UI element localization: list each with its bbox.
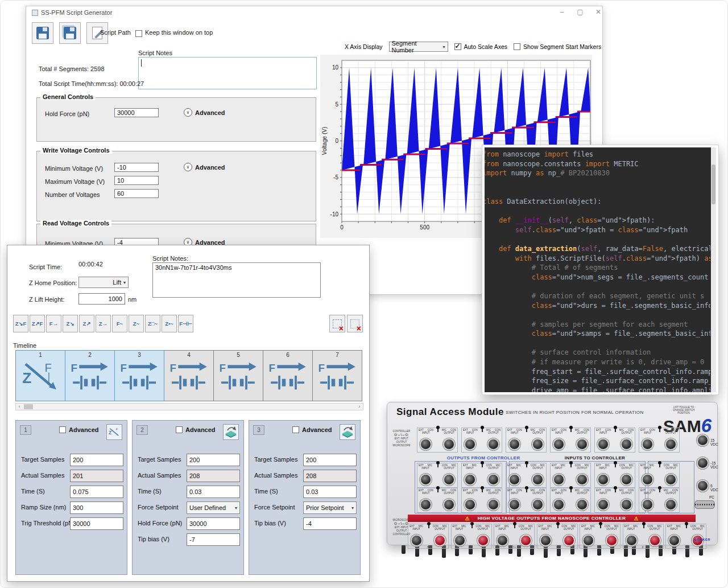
toggle-switch[interactable] bbox=[481, 461, 484, 464]
z-lift-input[interactable] bbox=[78, 293, 125, 305]
panel-3-stage-icon[interactable] bbox=[340, 424, 355, 440]
scrollbar-thumb[interactable] bbox=[24, 404, 33, 409]
target-samples-input[interactable] bbox=[187, 454, 240, 466]
window-title: SS-PFM Script Generator bbox=[41, 9, 112, 16]
delete-segment-button[interactable]: × bbox=[329, 315, 345, 332]
x-axis-display-dropdown[interactable]: Segment Number ▾ bbox=[389, 42, 448, 52]
seg-z-ramp-down-force-button[interactable]: Z↘F bbox=[13, 315, 28, 332]
num-voltages-input[interactable] bbox=[114, 189, 159, 198]
toggle-switch[interactable] bbox=[599, 522, 602, 525]
outputs-heading: OUTPUTS FROM CONTROLLER bbox=[424, 455, 543, 460]
time-s-input[interactable] bbox=[70, 486, 123, 498]
z-home-label: Z Home Position: bbox=[29, 279, 77, 286]
timeline-segment-3[interactable]: 3 F bbox=[115, 350, 164, 401]
panel-3-advanced-checkbox[interactable] bbox=[292, 426, 299, 433]
scroll-right-arrow[interactable]: › bbox=[356, 404, 363, 409]
timeline-segment-1[interactable]: 1 Z F bbox=[16, 350, 65, 401]
timeline-segment-5[interactable]: 5 F bbox=[214, 350, 263, 401]
toggle-switch[interactable] bbox=[525, 486, 528, 490]
time-s-input[interactable] bbox=[303, 486, 357, 498]
tip-bias-v-input[interactable] bbox=[187, 533, 240, 546]
delete-all-segments-button[interactable]: × bbox=[347, 315, 363, 332]
segment-markers-checkbox[interactable] bbox=[514, 43, 520, 50]
close-button[interactable]: ✕ bbox=[592, 8, 605, 16]
toggle-switch[interactable] bbox=[658, 461, 661, 464]
toggle-switch[interactable] bbox=[569, 461, 573, 464]
panel-2-stage-icon[interactable] bbox=[223, 424, 239, 440]
target-samples-input[interactable] bbox=[70, 454, 123, 466]
keep-on-top-checkbox[interactable] bbox=[135, 30, 142, 37]
python-code[interactable]: from nanoscope import filesfrom nanoscop… bbox=[482, 150, 710, 392]
hold-force-pn-input[interactable] bbox=[187, 517, 240, 530]
toggle-switch[interactable] bbox=[436, 426, 440, 429]
panel-1-advanced-checkbox[interactable] bbox=[59, 426, 66, 433]
minimize-button[interactable]: – bbox=[555, 8, 569, 16]
code-line bbox=[482, 178, 710, 188]
toggle-switch[interactable] bbox=[481, 486, 484, 490]
seg-force-sine-button[interactable]: F~ bbox=[112, 315, 127, 332]
toggle-switch[interactable] bbox=[525, 461, 528, 464]
toggle-switch[interactable] bbox=[481, 426, 484, 429]
trig-threshold-pn-input[interactable] bbox=[70, 517, 123, 530]
timeline-segment-6[interactable]: 6 F bbox=[263, 350, 313, 401]
seg-z-ramp-up-button[interactable]: Z↗ bbox=[79, 315, 94, 332]
timeline-scrollbar[interactable]: ‹ › bbox=[15, 403, 363, 410]
seg-z-hold-button[interactable]: Z→ bbox=[96, 315, 111, 332]
code-line: freq_start = file_.surface_control_info.… bbox=[482, 367, 710, 377]
toggle-switch[interactable] bbox=[436, 461, 440, 464]
timeline-segment-4[interactable]: 4 F bbox=[164, 350, 214, 401]
timeline-segment-7[interactable]: 7 F bbox=[313, 350, 362, 401]
toggle-switch[interactable] bbox=[569, 426, 573, 429]
scroll-left-arrow[interactable]: ‹ bbox=[16, 404, 23, 409]
target-samples-input[interactable] bbox=[303, 454, 357, 466]
toggle-switch[interactable] bbox=[470, 522, 474, 525]
panel-1-zramp-icon[interactable]: ZF bbox=[106, 424, 122, 440]
write-advanced-expander[interactable]: ∨ Advanced bbox=[184, 163, 225, 171]
general-advanced-expander[interactable]: ∨ Advanced bbox=[184, 108, 225, 117]
script-notes-textarea[interactable] bbox=[138, 57, 317, 89]
min-write-voltage-input[interactable] bbox=[114, 163, 159, 172]
force-setpoint-dropdown[interactable]: User Defined▾ bbox=[187, 501, 240, 514]
toggle-switch[interactable] bbox=[685, 522, 688, 525]
toggle-switch[interactable] bbox=[556, 522, 560, 525]
bnc-input-jack bbox=[597, 438, 609, 450]
toggle-switch[interactable] bbox=[436, 486, 440, 490]
ramp-size-nm-input[interactable] bbox=[70, 501, 123, 514]
toggle-switch[interactable] bbox=[614, 426, 617, 429]
tip-bias-v-input[interactable] bbox=[303, 517, 357, 530]
max-write-voltage-input[interactable] bbox=[114, 176, 159, 185]
scrollbar-thumb[interactable] bbox=[712, 165, 715, 204]
code-scrollbar[interactable] bbox=[711, 147, 716, 392]
toggle-switch[interactable] bbox=[642, 522, 646, 525]
dialog-notes-textarea[interactable]: 30nN1w-7to71r-4to4V30ms bbox=[152, 262, 321, 298]
seg-z-ramp-up-force-button[interactable]: Z↗F bbox=[30, 315, 45, 332]
toggle-switch[interactable] bbox=[427, 522, 431, 525]
maximize-button[interactable]: ▢ bbox=[573, 8, 587, 16]
bnc-connector-group: EXT → CONINPUTMIC → CONOUTPUT bbox=[594, 427, 635, 453]
seg-z-ramp-down-button[interactable]: Z↘ bbox=[63, 315, 78, 332]
toggle-switch[interactable] bbox=[513, 522, 516, 525]
toggle-switch[interactable] bbox=[658, 426, 661, 429]
code-line: # Total # of segments bbox=[482, 263, 710, 273]
seg-z-step-sine-button[interactable]: Z□~ bbox=[145, 315, 160, 332]
seg-force-bias-button[interactable]: F⊣⊢ bbox=[178, 315, 193, 332]
seg-z-step-sine-filled-button[interactable]: Z▪~ bbox=[162, 315, 177, 332]
toggle-switch[interactable] bbox=[614, 461, 617, 464]
force-setpoint-dropdown[interactable]: Prior Setpoint▾ bbox=[303, 501, 357, 514]
sam-subtitle: SWITCHES IN RIGHT POSITION FOR NORMAL OP… bbox=[506, 410, 644, 415]
save-as-button[interactable] bbox=[59, 22, 81, 44]
timeline-segment-2[interactable]: 2 F bbox=[65, 350, 115, 401]
hold-force-input[interactable] bbox=[114, 108, 159, 117]
save-button[interactable] bbox=[32, 22, 53, 44]
seg-z-sine-button[interactable]: Z~ bbox=[129, 315, 144, 332]
auto-scale-checkbox[interactable] bbox=[454, 43, 461, 50]
bnc-input-jack bbox=[420, 499, 432, 511]
time-s-input[interactable] bbox=[187, 486, 240, 498]
toggle-switch[interactable] bbox=[658, 486, 661, 490]
panel-2-advanced-checkbox[interactable] bbox=[176, 426, 183, 433]
toggle-switch[interactable] bbox=[614, 486, 617, 490]
toggle-switch[interactable] bbox=[569, 486, 573, 490]
toggle-switch[interactable] bbox=[525, 426, 528, 429]
z-home-dropdown[interactable]: Lift ▾ bbox=[78, 277, 129, 288]
seg-force-hold-button[interactable]: F→ bbox=[46, 315, 61, 332]
